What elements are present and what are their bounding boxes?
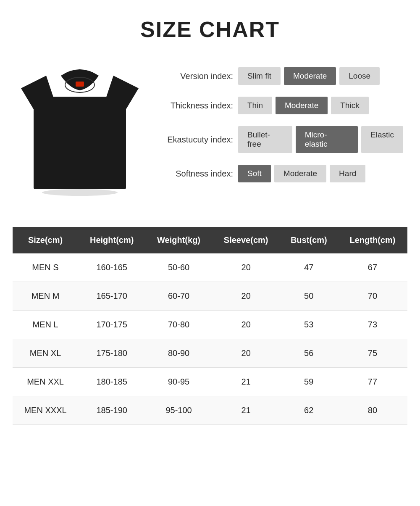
- table-cell-0-1: 160-165: [78, 253, 145, 282]
- table-cell-3-4: 56: [280, 339, 338, 368]
- table-header-5: Length(cm): [338, 227, 407, 253]
- option-tag-1-2[interactable]: Thick: [331, 97, 368, 114]
- option-tag-1-0[interactable]: Thin: [238, 97, 272, 114]
- svg-rect-2: [34, 97, 126, 189]
- table-cell-3-0: MEN XL: [13, 339, 78, 368]
- table-cell-2-4: 53: [280, 311, 338, 339]
- index-row-3: Softness index:SoftModerateHard: [155, 165, 403, 182]
- table-cell-5-0: MEN XXXL: [13, 396, 78, 425]
- table-cell-5-1: 185-190: [78, 396, 145, 425]
- top-section: Version index:Slim fitModerateLooseThick…: [0, 55, 420, 219]
- size-table: Size(cm)Height(cm)Weight(kg)Sleeve(cm)Bu…: [13, 227, 407, 425]
- index-label-3: Softness index:: [155, 169, 233, 179]
- table-cell-1-2: 60-70: [145, 282, 212, 311]
- index-options-0: Slim fitModerateLoose: [238, 67, 380, 85]
- option-tag-2-2[interactable]: Elastic: [361, 126, 403, 153]
- option-tag-0-1[interactable]: Moderate: [284, 67, 336, 85]
- table-row: MEN M165-17060-70205070: [13, 282, 407, 311]
- table-cell-2-3: 20: [212, 311, 280, 339]
- table-cell-5-3: 21: [212, 396, 280, 425]
- table-header-3: Sleeve(cm): [212, 227, 280, 253]
- table-cell-1-4: 50: [280, 282, 338, 311]
- table-cell-5-5: 80: [338, 396, 407, 425]
- table-cell-2-2: 70-80: [145, 311, 212, 339]
- option-tag-2-0[interactable]: Bullet-free: [238, 126, 292, 153]
- index-label-2: Ekastucuty index:: [155, 135, 233, 145]
- page-title: SIZE CHART: [0, 0, 420, 55]
- svg-rect-4: [76, 82, 84, 87]
- table-cell-4-3: 21: [212, 368, 280, 396]
- table-cell-3-3: 20: [212, 339, 280, 368]
- table-cell-4-0: MEN XXL: [13, 368, 78, 396]
- table-header-0: Size(cm): [13, 227, 78, 253]
- tshirt-svg: [21, 63, 139, 198]
- table-cell-2-5: 73: [338, 311, 407, 339]
- option-tag-1-1[interactable]: Moderate: [276, 97, 328, 114]
- indices-section: Version index:Slim fitModerateLooseThick…: [155, 59, 403, 182]
- option-tag-0-2[interactable]: Loose: [339, 67, 380, 85]
- table-cell-0-4: 47: [280, 253, 338, 282]
- table-header-2: Weight(kg): [145, 227, 212, 253]
- table-cell-2-1: 170-175: [78, 311, 145, 339]
- option-tag-0-0[interactable]: Slim fit: [238, 67, 281, 85]
- option-tag-3-2[interactable]: Hard: [330, 165, 365, 182]
- index-label-1: Thickness index:: [155, 101, 233, 111]
- table-header-1: Height(cm): [78, 227, 145, 253]
- table-cell-3-1: 175-180: [78, 339, 145, 368]
- table-cell-0-5: 67: [338, 253, 407, 282]
- table-cell-5-4: 62: [280, 396, 338, 425]
- index-row-2: Ekastucuty index:Bullet-freeMicro-elasti…: [155, 126, 403, 153]
- svg-point-5: [42, 189, 118, 196]
- index-options-1: ThinModerateThick: [238, 97, 369, 114]
- table-cell-1-1: 165-170: [78, 282, 145, 311]
- table-row: MEN XXXL185-19095-100216280: [13, 396, 407, 425]
- option-tag-2-1[interactable]: Micro-elastic: [296, 126, 358, 153]
- table-cell-5-2: 95-100: [145, 396, 212, 425]
- table-cell-0-0: MEN S: [13, 253, 78, 282]
- table-cell-2-0: MEN L: [13, 311, 78, 339]
- tshirt-image: [17, 59, 143, 202]
- table-row: MEN S160-16550-60204767: [13, 253, 407, 282]
- table-cell-4-4: 59: [280, 368, 338, 396]
- table-cell-3-5: 75: [338, 339, 407, 368]
- size-table-container: Size(cm)Height(cm)Weight(kg)Sleeve(cm)Bu…: [13, 227, 407, 425]
- table-cell-1-5: 70: [338, 282, 407, 311]
- table-cell-1-0: MEN M: [13, 282, 78, 311]
- table-row: MEN XXL180-18590-95215977: [13, 368, 407, 396]
- option-tag-3-1[interactable]: Moderate: [274, 165, 326, 182]
- table-cell-3-2: 80-90: [145, 339, 212, 368]
- index-label-0: Version index:: [155, 71, 233, 81]
- table-cell-0-2: 50-60: [145, 253, 212, 282]
- table-cell-1-3: 20: [212, 282, 280, 311]
- table-header-4: Bust(cm): [280, 227, 338, 253]
- table-row: MEN L170-17570-80205373: [13, 311, 407, 339]
- table-cell-0-3: 20: [212, 253, 280, 282]
- index-options-3: SoftModerateHard: [238, 165, 365, 182]
- table-cell-4-5: 77: [338, 368, 407, 396]
- index-options-2: Bullet-freeMicro-elasticElastic: [238, 126, 403, 153]
- option-tag-3-0[interactable]: Soft: [238, 165, 271, 182]
- index-row-0: Version index:Slim fitModerateLoose: [155, 67, 403, 85]
- table-cell-4-1: 180-185: [78, 368, 145, 396]
- table-cell-4-2: 90-95: [145, 368, 212, 396]
- index-row-1: Thickness index:ThinModerateThick: [155, 97, 403, 114]
- table-row: MEN XL175-18080-90205675: [13, 339, 407, 368]
